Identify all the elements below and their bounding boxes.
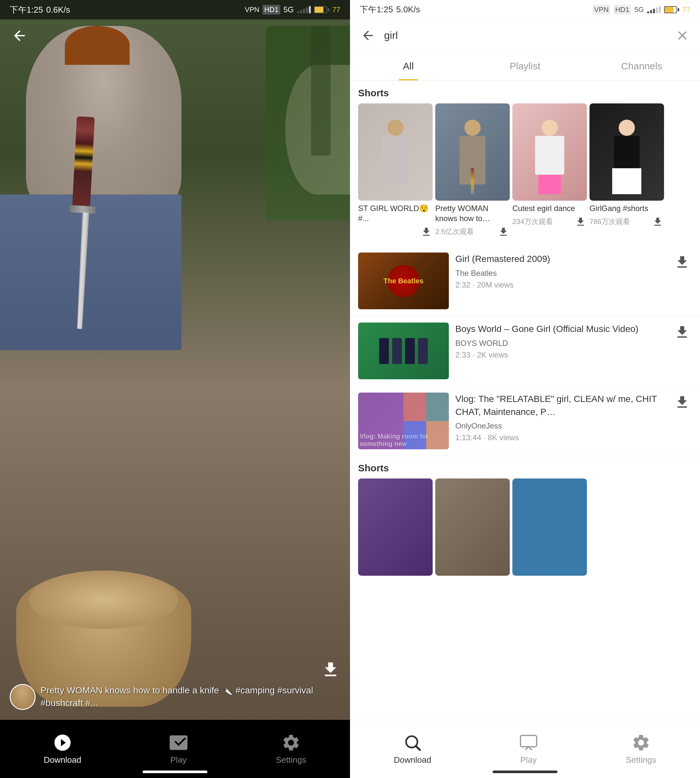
right-status-bar: 下午1:25 5.0K/s VPN HD1 5G 77: [350, 0, 700, 20]
video-thumb-2: Vlog: Making room for something new: [358, 392, 449, 449]
right-battery-body: [664, 6, 677, 13]
tab-all-underline: [398, 79, 418, 80]
vlog-grid: [403, 392, 449, 449]
left-nav-play-label: Play: [170, 755, 187, 765]
video-meta-1: 2:33 · 2K views: [455, 351, 663, 359]
short-meta-1: 2.5亿次观看: [435, 225, 510, 238]
knife-hint: [471, 168, 474, 194]
left-nav-play[interactable]: Play: [169, 733, 188, 765]
left-back-button[interactable]: [7, 23, 32, 48]
right-5g-icon: 5G: [634, 5, 643, 14]
vg2: [426, 392, 449, 421]
vg3: [403, 421, 426, 450]
settings-nav-icon: [281, 733, 301, 752]
left-nav-download[interactable]: Download: [44, 733, 81, 765]
short-figure-1: [453, 120, 492, 201]
right-nav-download[interactable]: Download: [394, 733, 431, 765]
search-clear-button[interactable]: [672, 26, 692, 45]
shorts-row-2: [350, 479, 700, 579]
caption-text: Pretty WOMAN knows how to handle a knife…: [40, 684, 318, 709]
video-item-1: Boys World – Gone Girl (Official Music V…: [350, 316, 700, 386]
search-back-button[interactable]: [358, 26, 378, 45]
s2-head: [542, 120, 558, 136]
short-thumb-3: [590, 104, 664, 201]
short-thumb-6: [512, 479, 587, 576]
short-download-1[interactable]: [497, 225, 510, 238]
short-title-0: ST GIRL WORLD😯 #...: [358, 203, 433, 223]
s3-head: [619, 120, 635, 136]
r-bar4: [656, 7, 658, 13]
short-download-2[interactable]: [574, 215, 587, 228]
video-download-button-2[interactable]: [672, 392, 692, 412]
r-bar2: [650, 10, 652, 13]
bw-figures: [371, 335, 436, 367]
right-play-nav-icon: [519, 733, 538, 752]
video-channel-0: The Beatles: [455, 269, 663, 278]
right-status-icons: VPN HD1 5G 77: [592, 5, 690, 15]
left-speed: 0.6K/s: [46, 5, 70, 15]
left-nav-settings[interactable]: Settings: [276, 733, 306, 765]
video-info-2: Vlog: The "RELATABLE" girl, CLEAN w/ me,…: [455, 392, 666, 442]
bw-fig1: [379, 338, 389, 364]
download-icon: [321, 660, 340, 679]
short-figure-3: [607, 120, 646, 201]
short-title-1: Pretty WOMAN knows how to handl…: [435, 203, 510, 223]
video-description: Pretty WOMAN knows how to handle a knife…: [40, 685, 313, 708]
right-speed: 5.0K/s: [396, 5, 420, 15]
left-nav-indicator: [143, 771, 207, 773]
bw-fig2: [392, 338, 402, 364]
short-meta-0: [358, 225, 433, 238]
bw-fig4: [418, 338, 428, 364]
left-bottom-nav: Download Play Settings: [0, 720, 350, 778]
s2-skirt: [538, 175, 561, 194]
right-panel: 下午1:25 5.0K/s VPN HD1 5G 77: [350, 0, 700, 778]
video-channel-2: OnlyOneJess: [455, 421, 663, 431]
content-area: Shorts ST GIRL WORLD😯 #...: [350, 81, 700, 720]
s2-body: [535, 136, 564, 175]
video-thumb-0: The Beatles: [358, 252, 449, 309]
video-title-0: Girl (Remastered 2009): [455, 252, 663, 265]
play-nav-icon: [169, 733, 188, 752]
short-download-3[interactable]: [651, 215, 664, 228]
short-download-0[interactable]: [420, 225, 433, 238]
bw-fig3: [405, 338, 415, 364]
video-download-button[interactable]: [321, 660, 340, 681]
boysworld-art: [358, 322, 449, 379]
bar1: [297, 11, 299, 13]
battery-pct: 77: [332, 5, 340, 14]
tab-channels[interactable]: Channels: [583, 52, 700, 80]
right-nav-settings-label: Settings: [626, 755, 656, 765]
s1-head: [464, 120, 481, 136]
search-input[interactable]: [384, 24, 666, 47]
video-info-1: Boys World – Gone Girl (Official Music V…: [455, 322, 666, 359]
video-meta-2: 1:13:44 · 8K views: [455, 433, 663, 442]
right-nav-play[interactable]: Play: [519, 733, 538, 765]
bar2: [300, 10, 302, 13]
tab-all[interactable]: All: [350, 52, 467, 80]
download-small-icon-2: [575, 216, 586, 227]
video-duration-2: 1:13:44: [455, 433, 481, 442]
tab-channels-label: Channels: [621, 61, 662, 72]
signal-icon: 5G: [283, 5, 294, 14]
left-panel: 下午1:25 0.6K/s VPN HD1 5G 77: [0, 0, 350, 778]
shorts-section-label: Shorts: [350, 81, 700, 104]
vpn-icon: VPN: [245, 5, 259, 14]
video-thumb-1: [358, 322, 449, 379]
vg1: [403, 392, 426, 421]
video-views-2: 8K views: [488, 433, 519, 442]
beatles-text: The Beatles: [382, 275, 425, 287]
video-download-button-0[interactable]: [672, 252, 692, 272]
short-info-0: ST GIRL WORLD😯 #...: [358, 201, 433, 240]
right-nav-settings[interactable]: Settings: [626, 733, 656, 765]
short-info-1: Pretty WOMAN knows how to handl… 2.5亿次观看: [435, 201, 510, 240]
video-download-button-1[interactable]: [672, 322, 692, 342]
right-nav-indicator: [493, 771, 557, 773]
video-meta-0: 2:32 · 20M views: [455, 280, 663, 289]
battery-fill: [315, 7, 324, 13]
left-status-icons: VPN HD1 5G 77: [245, 5, 340, 15]
short-title-2: Cutest egirl dance: [512, 203, 587, 213]
video-views-0: 20M views: [477, 280, 514, 289]
video-duration-0: 2:32: [455, 280, 470, 289]
tab-playlist[interactable]: Playlist: [467, 52, 583, 80]
right-settings-nav-icon: [631, 733, 651, 752]
